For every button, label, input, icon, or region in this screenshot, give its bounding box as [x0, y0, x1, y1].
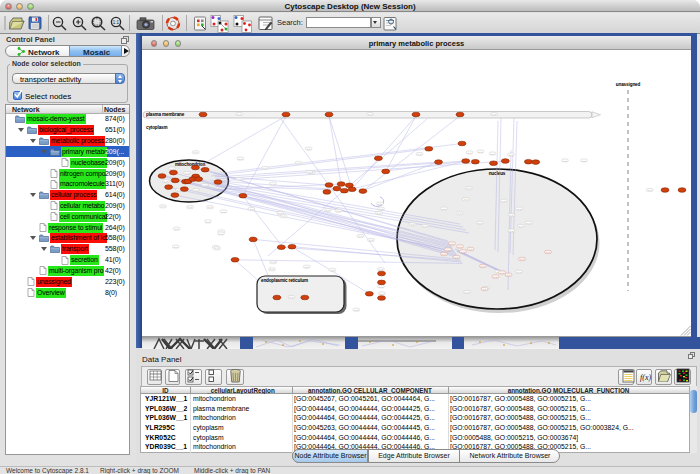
svg-text:[...]: [...] [272, 261, 276, 264]
svg-text:[...]: [...] [464, 198, 468, 201]
svg-text:[...]: [...] [305, 266, 309, 269]
svg-text:[...]: [...] [507, 274, 511, 277]
svg-text:[...]: [...] [483, 288, 487, 291]
svg-text:[...]: [...] [563, 160, 567, 163]
svg-text:[...]: [...] [510, 230, 514, 233]
svg-text:[...]: [...] [359, 235, 363, 238]
svg-text:[...]: [...] [222, 211, 226, 214]
svg-text:[...]: [...] [500, 272, 504, 275]
svg-text:[...]: [...] [446, 249, 450, 252]
svg-text:[...]: [...] [418, 153, 422, 156]
svg-text:[...]: [...] [206, 221, 210, 224]
svg-text:[...]: [...] [450, 243, 454, 246]
svg-text:[...]: [...] [326, 209, 330, 212]
svg-text:[...]: [...] [492, 113, 496, 116]
svg-text:[...]: [...] [308, 171, 312, 174]
svg-text:[...]: [...] [465, 291, 469, 294]
svg-text:[...]: [...] [203, 184, 207, 187]
svg-text:[...]: [...] [355, 309, 359, 312]
svg-text:[...]: [...] [215, 247, 219, 250]
svg-text:[...]: [...] [174, 246, 178, 249]
svg-text:[...]: [...] [648, 189, 652, 192]
svg-text:[...]: [...] [331, 269, 335, 272]
svg-text:[...]: [...] [237, 113, 241, 116]
svg-text:[...]: [...] [411, 223, 415, 226]
svg-text:[...]: [...] [379, 268, 383, 271]
svg-text:[...]: [...] [237, 178, 241, 181]
svg-text:[...]: [...] [520, 258, 524, 261]
svg-text:[...]: [...] [194, 189, 198, 192]
svg-text:nucleus: nucleus [489, 171, 506, 176]
svg-text:[...]: [...] [442, 208, 446, 211]
svg-text:plasma membrane: plasma membrane [146, 112, 185, 117]
svg-text:[...]: [...] [455, 256, 459, 259]
svg-text:[...]: [...] [380, 293, 384, 296]
svg-text:[...]: [...] [494, 276, 498, 279]
svg-text:[...]: [...] [307, 148, 311, 151]
svg-text:mitochondrion: mitochondrion [175, 162, 206, 167]
svg-text:[...]: [...] [519, 225, 523, 228]
svg-text:1:1: 1:1 [113, 20, 120, 25]
svg-text:[...]: [...] [377, 212, 381, 215]
svg-text:[...]: [...] [502, 200, 506, 203]
svg-text:[...]: [...] [282, 215, 286, 218]
svg-text:[...]: [...] [270, 268, 274, 271]
svg-text:[...]: [...] [423, 225, 427, 228]
svg-text:[...]: [...] [188, 206, 192, 209]
svg-text:[...]: [...] [491, 153, 495, 156]
svg-text:endoplasmic reticulum: endoplasmic reticulum [261, 278, 308, 283]
svg-text:[...]: [...] [458, 246, 462, 249]
svg-text:[...]: [...] [479, 151, 483, 154]
svg-text:[...]: [...] [185, 172, 189, 175]
svg-text:[...]: [...] [368, 113, 372, 116]
svg-text:[...]: [...] [297, 162, 301, 165]
svg-text:[...]: [...] [442, 253, 446, 256]
svg-text:[...]: [...] [208, 206, 212, 209]
svg-text:[...]: [...] [509, 154, 513, 157]
svg-text:[...]: [...] [461, 251, 465, 254]
svg-text:[...]: [...] [378, 203, 382, 206]
svg-text:[...]: [...] [194, 151, 198, 154]
svg-text:[...]: [...] [290, 296, 294, 299]
svg-text:[...]: [...] [161, 205, 165, 208]
svg-text:[...]: [...] [250, 208, 254, 211]
svg-text:[...]: [...] [337, 210, 341, 213]
svg-text:[...]: [...] [239, 158, 243, 161]
svg-text:[...]: [...] [527, 222, 531, 225]
svg-text:[...]: [...] [469, 248, 473, 251]
svg-text:[...]: [...] [369, 239, 373, 242]
svg-text:[...]: [...] [164, 180, 168, 183]
svg-text:[...]: [...] [481, 265, 485, 268]
svg-text:[...]: [...] [271, 183, 275, 186]
svg-text:[...]: [...] [467, 187, 471, 190]
svg-text:[...]: [...] [517, 271, 521, 274]
svg-text:[...]: [...] [263, 167, 267, 170]
svg-text:[...]: [...] [546, 251, 550, 254]
svg-text:[...]: [...] [510, 214, 514, 217]
svg-text:[...]: [...] [379, 208, 383, 211]
svg-text:[...]: [...] [582, 160, 586, 163]
svg-text:[...]: [...] [219, 233, 223, 236]
svg-text:[...]: [...] [518, 208, 522, 211]
svg-text:[...]: [...] [478, 222, 482, 225]
svg-text:[...]: [...] [468, 152, 472, 155]
svg-text:[...]: [...] [175, 228, 179, 231]
svg-text:[...]: [...] [379, 286, 383, 289]
svg-text:[...]: [...] [458, 212, 462, 215]
svg-text:unassigned: unassigned [616, 82, 641, 87]
svg-text:f(x): f(x) [640, 373, 651, 382]
svg-text:cytoplasm: cytoplasm [146, 125, 167, 130]
